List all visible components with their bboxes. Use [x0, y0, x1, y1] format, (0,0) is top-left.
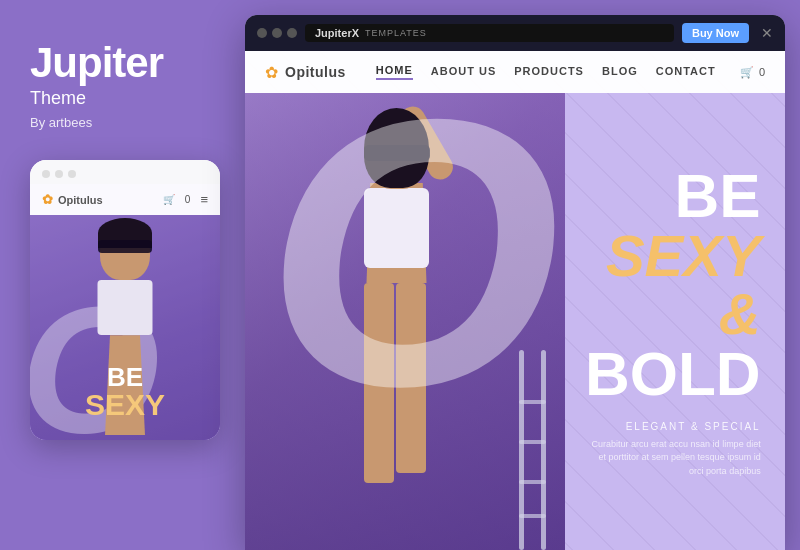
- site-nav-links: HOME ABOUT US PRODUCTS BLOG CONTACT: [376, 64, 740, 80]
- browser-dot-2: [272, 28, 282, 38]
- mobile-cart-count: 0: [185, 194, 191, 205]
- browser-dot-3: [287, 28, 297, 38]
- mobile-dots: [30, 160, 220, 184]
- hero-image-area: O: [245, 93, 565, 550]
- mobile-text-overlay: BE SEXY: [30, 364, 220, 420]
- hero-description: Curabitur arcu erat accu nsan id limpe d…: [585, 438, 761, 479]
- left-panel: Jupiter Theme By artbees ✿ Opitulus 🛒 0 …: [0, 0, 245, 550]
- mobile-dot-red: [42, 170, 50, 178]
- browser-address-bar: JupiterX TEMPLATES: [305, 24, 674, 42]
- site-navbar: ✿ Opitulus HOME ABOUT US PRODUCTS BLOG C…: [245, 51, 785, 93]
- cart-count: 0: [759, 66, 765, 78]
- mobile-sun-icon: ✿: [42, 192, 53, 207]
- hero-be-text: BE: [675, 165, 761, 227]
- hero-sexy-row: SEXY &: [585, 227, 761, 343]
- site-logo-area: ✿ Opitulus: [265, 63, 346, 82]
- mobile-logo-text: Opitulus: [58, 194, 103, 206]
- buy-now-button[interactable]: Buy Now: [682, 23, 749, 43]
- cart-icon: 🛒: [740, 66, 754, 79]
- hero-bold-text: BOLD: [585, 343, 761, 405]
- brand-title: Jupiter: [30, 40, 163, 86]
- site-hero: O BE SEXY & BOLD ELEGANT & SPECIAL Curab…: [245, 93, 785, 550]
- nav-products[interactable]: PRODUCTS: [514, 65, 584, 79]
- mobile-content: ✿ Opitulus 🛒 0 ≡ O: [30, 184, 220, 440]
- nav-about[interactable]: ABOUT US: [431, 65, 496, 79]
- hero-photo-bg: [245, 93, 565, 550]
- mobile-sexy-text: SEXY: [30, 390, 220, 420]
- mobile-logo-area: ✿ Opitulus: [42, 192, 103, 207]
- right-panel-desktop: JupiterX TEMPLATES Buy Now ✕ ✿ Opitulus …: [245, 15, 785, 550]
- browser-bar-tag: TEMPLATES: [365, 28, 427, 38]
- mobile-be-text: BE: [30, 364, 220, 390]
- hero-text-area: BE SEXY & BOLD ELEGANT & SPECIAL Curabit…: [565, 93, 785, 550]
- hero-tagline: ELEGANT & SPECIAL: [626, 421, 761, 432]
- mobile-nav-right: 🛒 0 ≡: [163, 192, 208, 207]
- nav-blog[interactable]: BLOG: [602, 65, 638, 79]
- mobile-nav: ✿ Opitulus 🛒 0 ≡: [30, 184, 220, 215]
- brand-author: By artbees: [30, 115, 92, 130]
- mobile-hero-area: O BE SEXY: [30, 215, 220, 440]
- site-sun-icon: ✿: [265, 63, 278, 82]
- nav-home[interactable]: HOME: [376, 64, 413, 80]
- site-logo-text: Opitulus: [285, 64, 346, 80]
- mobile-hamburger-icon[interactable]: ≡: [200, 192, 208, 207]
- mobile-dot-yellow: [55, 170, 63, 178]
- browser-dot-1: [257, 28, 267, 38]
- browser-brand-label: JupiterX: [315, 27, 359, 39]
- brand-subtitle: Theme: [30, 88, 86, 109]
- mobile-mockup: ✿ Opitulus 🛒 0 ≡ O: [30, 160, 220, 440]
- browser-close-icon[interactable]: ✕: [761, 25, 773, 41]
- browser-window-dots: [257, 28, 297, 38]
- mobile-dot-green: [68, 170, 76, 178]
- hero-sexy-text: SEXY &: [585, 227, 761, 343]
- site-nav-cart[interactable]: 🛒 0: [740, 66, 765, 79]
- browser-chrome: JupiterX TEMPLATES Buy Now ✕: [245, 15, 785, 51]
- mobile-cart-icon: 🛒: [163, 194, 175, 205]
- nav-contact[interactable]: CONTACT: [656, 65, 716, 79]
